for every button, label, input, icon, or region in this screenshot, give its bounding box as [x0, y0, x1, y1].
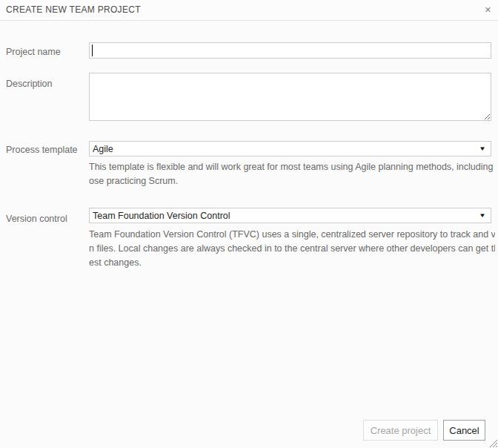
project-name-input[interactable]	[89, 42, 491, 59]
version-control-description: Team Foundation Version Control (TFVC) u…	[89, 228, 495, 270]
project-name-field[interactable]	[89, 42, 491, 59]
description-line: est changes.	[89, 256, 495, 270]
resize-grip-icon[interactable]	[488, 438, 497, 447]
version-control-label: Version control	[6, 214, 67, 224]
process-template-description: This template is flexible and will work …	[89, 160, 495, 188]
close-icon[interactable]: ✕	[485, 0, 491, 20]
chevron-down-icon: ▼	[479, 146, 486, 152]
project-name-label: Project name	[6, 47, 61, 57]
description-line: ose practicing Scrum.	[89, 174, 495, 188]
create-project-button[interactable]: Create project	[363, 420, 438, 441]
description-textarea[interactable]	[89, 73, 491, 121]
dialog-title: CREATE NEW TEAM PROJECT	[6, 0, 141, 20]
cancel-button[interactable]: Cancel	[443, 420, 485, 441]
text-caret	[92, 45, 93, 56]
description-line: This template is flexible and will work …	[89, 160, 495, 174]
process-template-selected-value: Agile	[93, 144, 113, 154]
version-control-select[interactable]: Team Foundation Version Control ▼	[89, 208, 491, 223]
process-template-label: Process template	[6, 145, 78, 155]
description-line: Team Foundation Version Control (TFVC) u…	[89, 228, 495, 242]
process-template-select[interactable]: Agile ▼	[89, 141, 491, 157]
description-label: Description	[6, 79, 53, 89]
create-team-project-dialog: CREATE NEW TEAM PROJECT ✕ Project name D…	[0, 0, 498, 448]
version-control-selected-value: Team Foundation Version Control	[93, 211, 230, 221]
dialog-titlebar: CREATE NEW TEAM PROJECT ✕	[0, 0, 498, 21]
description-line: n files. Local changes are always checke…	[89, 242, 495, 256]
chevron-down-icon: ▼	[479, 213, 486, 219]
